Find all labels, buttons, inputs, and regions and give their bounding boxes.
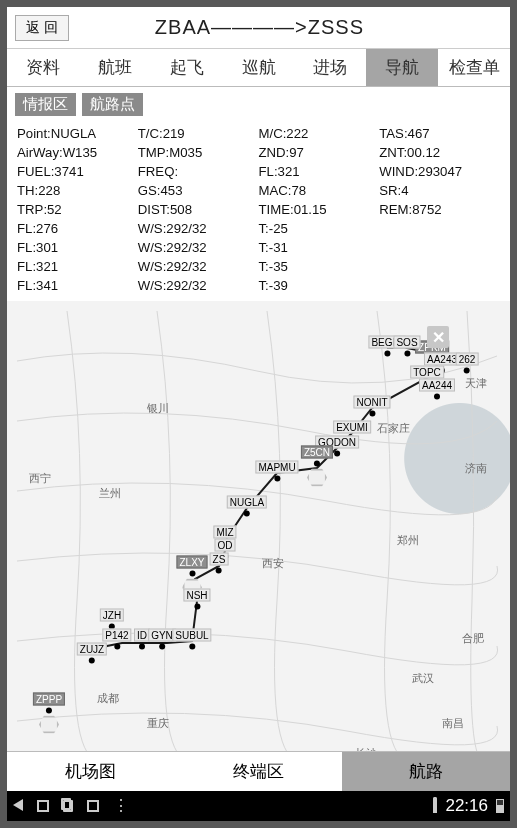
data-cell: GS:453 xyxy=(138,181,259,200)
waypoint-NSH[interactable]: NSH xyxy=(183,589,210,610)
waypoint-label: NUGLA xyxy=(227,496,267,509)
tab-cruise[interactable]: 巡航 xyxy=(223,49,295,86)
fir-button[interactable]: 情报区 xyxy=(15,93,76,116)
data-cell: TIME:01.15 xyxy=(259,200,380,219)
data-cell: ZNT:00.12 xyxy=(379,143,500,162)
hexagon-icon xyxy=(307,469,327,487)
data-row: FUEL:3741FREQ:FL:321WIND:293047 xyxy=(17,162,500,181)
waypoint-dot-icon xyxy=(89,658,95,664)
tab-info[interactable]: 资料 xyxy=(7,49,79,86)
tab-checklist[interactable]: 检查单 xyxy=(438,49,510,86)
data-cell: FREQ: xyxy=(138,162,259,181)
waypoint-label: ZUJZ xyxy=(77,643,107,656)
data-cell: AirWay:W135 xyxy=(17,143,138,162)
battery-icon xyxy=(496,799,504,813)
data-row: FL:321W/S:292/32T:-35 xyxy=(17,257,500,276)
data-row: FL:341W/S:292/32T:-39 xyxy=(17,276,500,295)
data-cell: DIST:508 xyxy=(138,200,259,219)
city-label: 西宁 xyxy=(29,471,51,486)
waypoint-label: OD xyxy=(215,539,236,552)
waypoint-Z5CN[interactable]: Z5CN xyxy=(301,446,333,487)
waypoint-dot-icon xyxy=(244,511,250,517)
nav-home-icon[interactable] xyxy=(37,800,49,812)
ftab-airport-chart[interactable]: 机场图 xyxy=(7,752,175,791)
waypoint-dot-icon xyxy=(464,368,470,374)
city-label: 成都 xyxy=(97,691,119,706)
tab-takeoff[interactable]: 起飞 xyxy=(151,49,223,86)
tab-flight[interactable]: 航班 xyxy=(79,49,151,86)
city-label: 武汉 xyxy=(412,671,434,686)
header-bar: 返 回 ZBAA————>ZSSS xyxy=(7,7,510,49)
map-view[interactable]: 天津济南石家庄银川西宁兰州郑州西安合肥武汉成都南昌重庆长沙 ZPKMBEGRIS… xyxy=(7,301,510,751)
data-cell: ZND:97 xyxy=(259,143,380,162)
nav-recent-icon[interactable] xyxy=(63,800,73,812)
waypoint-label: SOS xyxy=(393,336,420,349)
waypoint-SUBUL[interactable]: SUBUL xyxy=(172,629,211,650)
city-label: 济南 xyxy=(465,461,487,476)
data-row: AirWay:W135TMP:M035ZND:97ZNT:00.12 xyxy=(17,143,500,162)
hexagon-icon xyxy=(39,716,59,734)
data-cell: T:-25 xyxy=(259,219,380,238)
nav-screenshot-icon[interactable] xyxy=(87,800,99,812)
data-cell: W/S:292/32 xyxy=(138,238,259,257)
waypoint-AA244[interactable]: AA244 xyxy=(419,379,455,400)
nav-back-icon[interactable] xyxy=(13,799,23,814)
nav-data-grid: Point:NUGLAT/C:219M/C:222TAS:467AirWay:W… xyxy=(7,122,510,301)
data-cell xyxy=(379,219,500,238)
tab-approach[interactable]: 进场 xyxy=(294,49,366,86)
waypoint-label: JZH xyxy=(100,609,124,622)
waypoint-label: MIZ xyxy=(213,526,236,539)
data-cell xyxy=(379,257,500,276)
data-cell: TH:228 xyxy=(17,181,138,200)
waypoint-dot-icon xyxy=(139,644,145,650)
waypoint-label: NSH xyxy=(183,589,210,602)
waypoint-262[interactable]: 262 xyxy=(456,353,479,374)
waypoints-button[interactable]: 航路点 xyxy=(82,93,143,116)
nav-menu-icon[interactable]: ⋮ xyxy=(113,801,129,811)
waypoint-ZUJZ[interactable]: ZUJZ xyxy=(77,643,107,664)
sub-header: 情报区 航路点 xyxy=(7,87,510,122)
waypoint-label: ZPPP xyxy=(33,693,65,706)
waypoint-label: P142 xyxy=(102,629,131,642)
data-cell: Point:NUGLA xyxy=(17,124,138,143)
ftab-route[interactable]: 航路 xyxy=(342,752,510,791)
waypoint-dot-icon xyxy=(384,351,390,357)
waypoint-JZH[interactable]: JZH xyxy=(100,609,124,630)
data-cell: TAS:467 xyxy=(379,124,500,143)
city-label: 合肥 xyxy=(462,631,484,646)
data-cell xyxy=(379,276,500,295)
waypoint-label: AA243 xyxy=(424,353,460,366)
waypoint-label: Z5CN xyxy=(301,446,333,459)
waypoint-dot-icon xyxy=(314,461,320,467)
data-cell: FL:341 xyxy=(17,276,138,295)
data-cell: MAC:78 xyxy=(259,181,380,200)
waypoint-label: MAPMU xyxy=(255,461,298,474)
data-cell: FL:321 xyxy=(259,162,380,181)
back-button[interactable]: 返 回 xyxy=(15,15,69,41)
tab-nav[interactable]: 导航 xyxy=(366,49,438,86)
city-label: 重庆 xyxy=(147,716,169,731)
waypoint-label: ZS xyxy=(210,553,229,566)
data-cell: WIND:293047 xyxy=(379,162,500,181)
city-label: 郑州 xyxy=(397,533,419,548)
waypoint-dot-icon xyxy=(369,411,375,417)
data-cell: T:-39 xyxy=(259,276,380,295)
data-cell: FL:301 xyxy=(17,238,138,257)
city-label: 兰州 xyxy=(99,486,121,501)
data-row: FL:276W/S:292/32T:-25 xyxy=(17,219,500,238)
waypoint-label: TOPC xyxy=(410,366,444,379)
city-label: 长沙 xyxy=(355,746,377,751)
waypoint-NONIT[interactable]: NONIT xyxy=(353,396,390,417)
data-row: Point:NUGLAT/C:219M/C:222TAS:467 xyxy=(17,124,500,143)
waypoint-MAPMU[interactable]: MAPMU xyxy=(255,461,298,482)
waypoint-dot-icon xyxy=(194,604,200,610)
waypoint-ZS[interactable]: ZS xyxy=(210,553,229,574)
waypoint-ZPPP[interactable]: ZPPP xyxy=(33,693,65,734)
ftab-terminal[interactable]: 终端区 xyxy=(175,752,343,791)
data-row: TRP:52DIST:508TIME:01.15REM:8752 xyxy=(17,200,500,219)
waypoint-dot-icon xyxy=(114,644,120,650)
footer-tabs: 机场图 终端区 航路 xyxy=(7,751,510,791)
waypoint-SOS[interactable]: SOS xyxy=(393,336,420,357)
waypoint-NUGLA[interactable]: NUGLA xyxy=(227,496,267,517)
close-icon[interactable]: ✕ xyxy=(427,326,449,348)
